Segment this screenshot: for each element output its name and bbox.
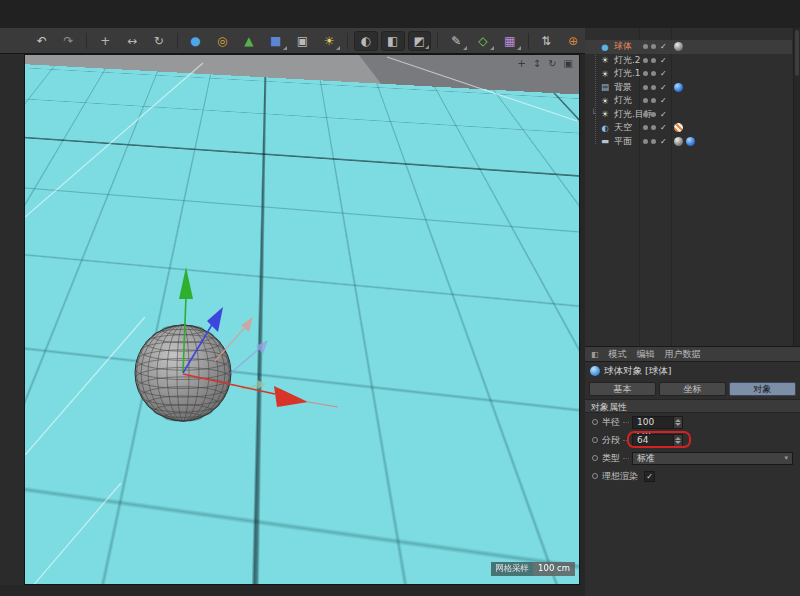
radius-stepper[interactable] [673,417,682,428]
editor-visibility-dot[interactable] [643,98,648,103]
sphere-primitive-icon[interactable]: ● [184,31,208,51]
segments-stepper[interactable] [673,435,682,446]
menu-mode[interactable]: 模式 [609,348,627,361]
editor-visibility-dot[interactable] [643,58,648,63]
object-manager-scrollbar[interactable] [793,28,800,346]
editor-visibility-dot[interactable] [643,71,648,76]
object-row-sphere[interactable]: ● 球体 ✓ [585,40,792,54]
editor-visibility-dot[interactable] [643,112,648,117]
render-visibility-dot[interactable] [651,125,656,130]
editor-visibility-dot[interactable] [643,85,648,90]
render-visibility-dot[interactable] [651,58,656,63]
scrollbar-thumb[interactable] [795,30,799,76]
sphere-object[interactable] [135,325,231,421]
enable-check-icon[interactable]: ✓ [660,42,667,51]
redo-icon[interactable]: ↷ [57,31,81,51]
tab-coordinates[interactable]: 坐标 [659,382,726,396]
object-row-light-target[interactable]: └ ☀ 灯光.目标 ✓ [585,108,792,122]
ideal-render-label: 理想渲染 [602,470,638,483]
texture-tag-icon[interactable] [674,123,683,132]
perspective-viewport[interactable]: + ↕ ↻ ▣ 网格采样 100 cm [24,54,580,585]
radius-input[interactable]: 100 cm [632,416,683,429]
render-visibility-dot[interactable] [651,44,656,49]
sky-object-icon: ◐ [599,124,611,133]
render-visibility-dot[interactable] [651,98,656,103]
object-row-sky[interactable]: ◐ 天空 ✓ [585,121,792,135]
object-row-light1[interactable]: ☀ 灯光.1 ✓ [585,67,792,81]
scene-overlay [25,55,580,585]
rotate-tool-icon[interactable]: ↻ [147,31,171,51]
object-row-light2[interactable]: ☀ 灯光.2 ✓ [585,54,792,68]
type-dropdown[interactable]: 标准 ▾ [632,452,793,465]
render-visibility-dot[interactable] [651,112,656,117]
menu-user-data[interactable]: 用户数据 [665,348,701,361]
scale-tool-icon[interactable]: ↔ [120,31,144,51]
texture-tag-icon[interactable] [686,137,695,146]
keyframe-circle-icon[interactable] [592,455,598,461]
keyframe-circle-icon[interactable] [592,473,598,479]
grid-scale-readout: 网格采样 100 cm [491,562,575,576]
object-manager: ● 球体 ✓ ☀ 灯光.2 ✓ ☀ 灯光.1 ✓ [585,28,800,347]
render-view-icon[interactable]: ◐ [354,31,378,51]
segments-input[interactable]: 64 [632,434,683,447]
enable-check-icon[interactable]: ✓ [660,123,667,132]
sphere-object-icon: ● [599,43,611,52]
type-label: 类型 [602,452,620,465]
light-object-icon: ☀ [599,97,611,106]
editor-visibility-dot[interactable] [643,139,648,144]
enable-check-icon[interactable]: ✓ [660,83,667,92]
object-label: 平面 [614,135,632,148]
phong-tag-icon[interactable] [674,42,683,51]
enable-check-icon[interactable]: ✓ [660,69,667,78]
editor-visibility-dot[interactable] [643,44,648,49]
coordinate-system-icon[interactable]: ⊕ [561,31,585,51]
enable-check-icon[interactable]: ✓ [660,110,667,119]
subdivision-surface-icon[interactable]: ◇ [471,31,495,51]
phong-tag-icon[interactable] [674,137,683,146]
object-row-light[interactable]: ☀ 灯光 ✓ [585,94,792,108]
axis-toggle-icon[interactable]: ⇅ [535,31,559,51]
object-row-background[interactable]: ▤ 背景 ✓ [585,81,792,95]
object-row-plane[interactable]: ▬ 平面 ✓ [585,135,792,149]
render-visibility-dot[interactable] [651,85,656,90]
window-top-strip [0,0,800,28]
radius-label: 半径 [602,416,620,429]
texture-tag-icon[interactable] [674,83,683,92]
enable-check-icon[interactable]: ✓ [660,56,667,65]
render-settings-icon[interactable]: ◩ [408,31,432,51]
keyframe-circle-icon[interactable] [592,419,598,425]
attribute-tabs: 基本 坐标 对象 [585,380,800,399]
dolly-view-icon[interactable]: ↕ [533,58,541,70]
enable-check-icon[interactable]: ✓ [660,137,667,146]
instance-object-icon[interactable]: ▦ [498,31,522,51]
torus-primitive-icon[interactable]: ◎ [210,31,234,51]
pan-view-icon[interactable]: + [517,58,525,70]
toolbar-separator [86,33,87,49]
render-region-icon[interactable]: ◧ [381,31,405,51]
object-list: ● 球体 ✓ ☀ 灯光.2 ✓ ☀ 灯光.1 ✓ [585,40,792,148]
attribute-menu-bar: ◧ 模式 编辑 用户数据 [585,347,800,362]
keyframe-circle-icon[interactable] [592,437,598,443]
orbit-view-icon[interactable]: ↻ [548,58,556,70]
toolbar-separator [437,33,438,49]
menu-edit[interactable]: 编辑 [637,348,655,361]
left-margin-strip [0,54,24,585]
attribute-object-title: 球体对象 [球体] [585,362,800,380]
undo-icon[interactable]: ↶ [30,31,54,51]
cube-primitive-icon[interactable]: ■ [264,31,288,51]
object-label: 灯光.2 [614,54,641,67]
editor-visibility-dot[interactable] [643,125,648,130]
tab-basic[interactable]: 基本 [589,382,656,396]
tab-object[interactable]: 对象 [729,382,796,396]
landscape-object-icon[interactable]: ▲ [237,31,261,51]
camera-object-icon[interactable]: ▣ [291,31,315,51]
move-tool-icon[interactable]: + [93,31,117,51]
enable-check-icon[interactable]: ✓ [660,96,667,105]
spline-pen-icon[interactable]: ✎ [444,31,468,51]
grid-scale-label: 网格采样 [491,562,533,576]
ideal-render-checkbox[interactable]: ✓ [644,471,655,482]
render-visibility-dot[interactable] [651,139,656,144]
render-visibility-dot[interactable] [651,71,656,76]
toggle-view-icon[interactable]: ▣ [564,58,573,70]
light-object-icon[interactable]: ☀ [317,31,341,51]
